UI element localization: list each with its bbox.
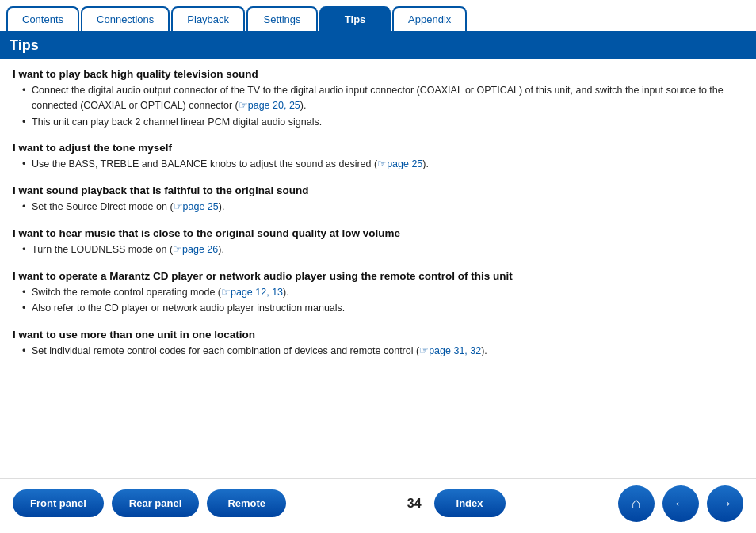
footer-left: Front panel Rear panel Remote [13,489,286,517]
tab-settings[interactable]: Settings [246,6,318,31]
tip-title-5: I want to operate a Marantz CD player or… [13,270,743,282]
tip-section-3: I want sound playback that is faithful t… [13,185,743,215]
tip-section-6: I want to use more than one unit in one … [13,329,743,359]
tip-body-6: Set individual remote control codes for … [13,344,743,359]
tip-body-5: Switch the remote control operating mode… [13,285,743,317]
tip-body-3: Set the Source Direct mode on (☞page 25)… [13,200,743,215]
tip-item: Switch the remote control operating mode… [22,285,743,300]
front-panel-button[interactable]: Front panel [13,489,104,517]
tip-title-4: I want to hear music that is close to th… [13,227,743,239]
tip-item: Use the BASS, TREBLE and BALANCE knobs t… [22,157,743,172]
tip-title-1: I want to play back high quality televis… [13,68,743,80]
tip-item: This unit can play back 2 channel linear… [22,115,743,130]
tip-item: Set the Source Direct mode on (☞page 25)… [22,200,743,215]
remote-button[interactable]: Remote [207,489,286,517]
tip-body-2: Use the BASS, TREBLE and BALANCE knobs t… [13,157,743,172]
tip-body-1: Connect the digital audio output connect… [13,83,743,129]
tip-item: Set individual remote control codes for … [22,344,743,359]
tab-appendix[interactable]: Appendix [392,6,467,31]
tip-section-4: I want to hear music that is close to th… [13,227,743,257]
tip-section-5: I want to operate a Marantz CD player or… [13,270,743,317]
tip-title-3: I want sound playback that is faithful t… [13,185,743,196]
index-button[interactable]: Index [434,489,506,517]
home-button[interactable]: ⌂ [618,485,655,522]
footer: Front panel Rear panel Remote 34 Index ⌂… [0,478,756,527]
tip-title-6: I want to use more than one unit in one … [13,329,743,341]
page-number: 34 [407,497,422,511]
back-button[interactable]: ← [662,485,699,522]
ref-link[interactable]: ☞page 12, 13 [221,287,283,298]
tip-item: Turn the LOUDNESS mode on (☞page 26). [22,242,743,257]
footer-right: ⌂ ← → [618,485,743,522]
tab-connections[interactable]: Connections [81,6,170,31]
tip-title-2: I want to adjust the tone myself [13,142,743,154]
ref-link[interactable]: ☞page 25 [377,158,422,169]
tabs-bar: Contents Connections Playback Settings T… [0,0,756,32]
tip-item: Also refer to the CD player or network a… [22,301,743,316]
tip-body-4: Turn the LOUDNESS mode on (☞page 26). [13,242,743,257]
tip-section-2: I want to adjust the tone myself Use the… [13,142,743,172]
tip-item: Connect the digital audio output connect… [22,83,743,113]
forward-button[interactable]: → [707,485,743,522]
ref-link[interactable]: ☞page 25 [174,201,219,212]
ref-link[interactable]: ☞page 31, 32 [419,345,481,356]
tab-contents[interactable]: Contents [6,6,79,31]
ref-link[interactable]: ☞page 26 [173,244,218,255]
tab-playback[interactable]: Playback [171,6,245,31]
content-area: I want to play back high quality televis… [0,59,756,478]
tip-section-1: I want to play back high quality televis… [13,68,743,129]
ref-link[interactable]: ☞page 20, 25 [239,100,300,111]
section-header: Tips [0,32,756,59]
rear-panel-button[interactable]: Rear panel [112,489,199,517]
tab-tips[interactable]: Tips [319,6,391,31]
footer-center: 34 Index [286,489,618,517]
